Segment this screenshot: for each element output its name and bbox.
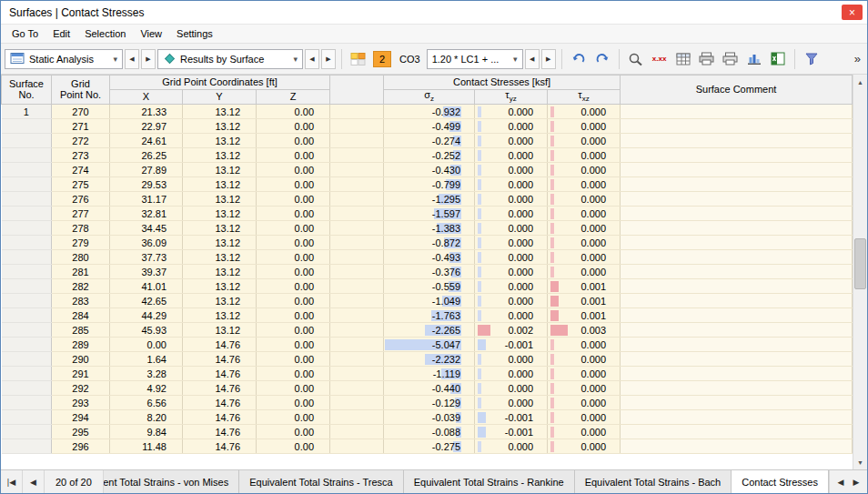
table-row[interactable]: 127021.3313.120.00-0.9320.0000.000: [2, 105, 853, 119]
toolbar-overflow-button[interactable]: »: [852, 52, 863, 66]
table-row[interactable]: 2890.0014.760.00-5.047-0.0010.000: [2, 338, 853, 352]
close-button[interactable]: ×: [842, 5, 863, 20]
spacer-cell: [330, 236, 384, 250]
window-title: Surfaces | Contact Stresses: [9, 6, 145, 19]
stress-value: 0.001: [581, 296, 607, 307]
menu-view[interactable]: View: [133, 25, 169, 42]
analysis-prev-button[interactable]: ◀: [125, 49, 139, 69]
table-row[interactable]: 28139.3713.120.00-0.3760.0000.000: [2, 265, 853, 279]
color-scale-icon[interactable]: [348, 48, 369, 70]
scroll-up-button[interactable]: ▲: [853, 75, 867, 89]
y-coordinate-cell: 13.12: [183, 308, 257, 323]
stress-sigma-z-cell: -0.559: [384, 279, 475, 294]
surface-comment-cell: [621, 207, 853, 221]
stress-tau-xz-cell: 0.000: [548, 163, 621, 177]
analysis-type-select[interactable]: Static Analysis ▾: [5, 49, 123, 69]
value-bar: [478, 281, 481, 292]
menu-settings[interactable]: Settings: [169, 25, 220, 42]
table-row[interactable]: 27122.9713.120.00-0.4990.0000.000: [2, 119, 853, 134]
vertical-scrollbar[interactable]: ▲ ▼: [853, 75, 867, 469]
table-row[interactable]: 28037.7313.120.00-0.4930.0000.000: [2, 250, 853, 265]
stress-tau-xz-cell: 0.000: [548, 396, 621, 410]
combination-next-button[interactable]: ▶: [541, 49, 556, 69]
table-body: 127021.3313.120.00-0.9320.0000.00027122.…: [2, 105, 853, 454]
sync-forward-icon[interactable]: [591, 48, 613, 70]
first-tab-button[interactable]: |◀: [1, 470, 23, 493]
results-table: SurfaceNo. GridPoint No. Grid Point Coor…: [1, 75, 853, 454]
value-bar: [550, 339, 554, 350]
table-row[interactable]: 28444.2913.120.00-1.7630.0000.001: [2, 308, 853, 323]
table-row[interactable]: 2924.9214.760.00-0.4400.0000.000: [2, 381, 853, 396]
table-row[interactable]: 2913.2814.760.00-1.1190.0000.000: [2, 367, 853, 381]
sync-backward-icon[interactable]: [568, 48, 590, 70]
table-settings-icon[interactable]: [672, 48, 694, 70]
result-values-icon[interactable]: x.xx: [649, 48, 671, 70]
results-next-button[interactable]: ▶: [321, 49, 336, 69]
print-icon[interactable]: [696, 48, 718, 70]
table-row[interactable]: 27936.0913.120.00-0.8720.0000.000: [2, 236, 853, 250]
stress-value: -0.252: [432, 150, 460, 161]
y-coordinate-cell: 14.76: [183, 439, 257, 454]
titlebar[interactable]: Surfaces | Contact Stresses ×: [1, 1, 867, 25]
value-bar: [478, 383, 481, 394]
stress-tau-yz-cell: 0.000: [475, 279, 548, 294]
menu-selection[interactable]: Selection: [77, 25, 133, 42]
table-row[interactable]: 27732.8113.120.00-1.5970.0000.000: [2, 207, 853, 221]
results-view-select[interactable]: Results by Surface ▾: [157, 49, 303, 69]
tab-equivalent-total-strains-tresca[interactable]: Equivalent Total Strains - Tresca: [239, 470, 404, 493]
stress-tau-yz-cell: 0.000: [475, 119, 548, 134]
table-row[interactable]: 27224.6113.120.00-0.2740.0000.000: [2, 134, 853, 148]
scroll-down-button[interactable]: ▼: [853, 455, 867, 469]
tab-equivalent-total-strains-rankine[interactable]: Equivalent Total Strains - Rankine: [404, 470, 575, 493]
scroll-tabs-right-button[interactable]: ▶: [850, 478, 863, 487]
stress-sigma-z-cell: -5.047: [384, 338, 475, 352]
stress-tau-yz-cell: 0.000: [475, 367, 548, 381]
value-bar: [550, 296, 559, 307]
value-bar: [478, 368, 481, 379]
stress-sigma-z-cell: -0.039: [384, 410, 475, 425]
tab-contact-stresses[interactable]: Contact Stresses: [732, 470, 829, 493]
tab-equivalent-total-strains-von-mises[interactable]: Equivalent Total Strains - von Mises: [104, 470, 239, 493]
combination-prev-button[interactable]: ◀: [525, 49, 540, 69]
load-combination-value: 1.20 * LC1 + ...: [432, 54, 500, 65]
toolbar-separator: [794, 49, 795, 69]
surface-no-cell: [2, 207, 52, 221]
print-preview-icon[interactable]: [720, 48, 742, 70]
table-row[interactable]: 27529.5313.120.00-0.7990.0000.000: [2, 177, 853, 192]
scrollbar-thumb[interactable]: [854, 238, 866, 289]
table-row[interactable]: 27631.1713.120.00-1.2950.0000.000: [2, 192, 853, 207]
toolbar-separator: [341, 49, 342, 69]
load-combination-select[interactable]: 1.20 * LC1 + ... ▾: [427, 49, 523, 69]
table-row[interactable]: 28241.0113.120.00-0.5590.0000.001: [2, 279, 853, 294]
table-row[interactable]: 2936.5614.760.00-0.1290.0000.000: [2, 396, 853, 410]
x-coordinate-cell: 34.45: [110, 221, 183, 236]
grid-point-no-cell: 270: [52, 105, 110, 119]
table-row[interactable]: 2948.2014.760.00-0.039-0.0010.000: [2, 410, 853, 425]
scroll-tabs-left-button[interactable]: ◀: [834, 478, 847, 487]
table-row[interactable]: 27326.2513.120.00-0.2520.0000.000: [2, 148, 853, 163]
export-excel-icon[interactable]: [767, 48, 789, 70]
table-row[interactable]: 29611.4814.760.00-0.2750.0000.000: [2, 439, 853, 454]
tab-equivalent-total-strains-bach[interactable]: Equivalent Total Strains - Bach: [575, 470, 732, 493]
table-row[interactable]: 27427.8913.120.00-0.4300.0000.000: [2, 163, 853, 177]
table-row[interactable]: 2959.8414.760.00-0.088-0.0010.000: [2, 425, 853, 439]
analysis-next-button[interactable]: ▶: [141, 49, 156, 69]
spacer-cell: [330, 148, 384, 163]
col-header-sigma-z: σz: [384, 90, 475, 105]
filter-icon[interactable]: [801, 48, 823, 70]
previous-tab-button[interactable]: ◀: [23, 470, 45, 493]
table-row[interactable]: 2901.6414.760.00-2.2320.0000.000: [2, 352, 853, 367]
show-result-values-icon[interactable]: [625, 48, 647, 70]
spacer-header: [330, 76, 384, 105]
results-prev-button[interactable]: ◀: [305, 49, 319, 69]
table-row[interactable]: 27834.4513.120.00-1.3830.0000.000: [2, 221, 853, 236]
menu-edit[interactable]: Edit: [45, 25, 77, 42]
result-diagram-icon[interactable]: [743, 48, 765, 70]
stress-value: 0.000: [581, 223, 607, 234]
menu-go-to[interactable]: Go To: [5, 25, 45, 42]
table-row[interactable]: 28342.6513.120.00-1.0490.0000.001: [2, 294, 853, 308]
surface-no-cell: [2, 221, 52, 236]
table-row[interactable]: 28545.9313.120.00-2.2650.0020.003: [2, 323, 853, 338]
col-header-surface-comment: Surface Comment: [621, 76, 853, 105]
spacer-cell: [330, 265, 384, 279]
